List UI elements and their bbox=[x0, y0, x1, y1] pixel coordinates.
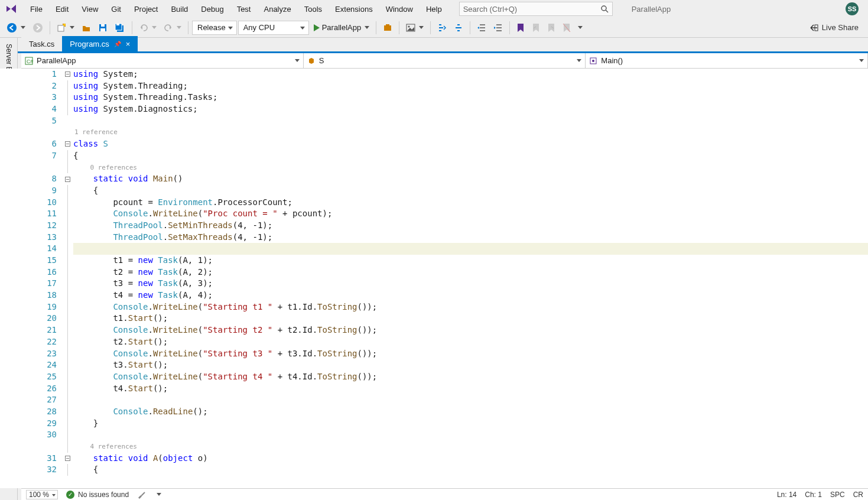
code-line[interactable]: t1 = new Task(A, 1); bbox=[73, 255, 868, 267]
new-item-button[interactable] bbox=[54, 21, 77, 34]
code-line[interactable]: ThreadPool.SetMinThreads(4, -1); bbox=[73, 220, 868, 232]
code-line[interactable]: Console.WriteLine("Starting t1 " + t1.Id… bbox=[73, 301, 868, 313]
menu-window[interactable]: Window bbox=[379, 2, 420, 16]
code-line[interactable]: using System.Threading.Tasks; bbox=[73, 92, 868, 103]
ok-icon: ✓ bbox=[66, 491, 74, 499]
toolbox-icon-button[interactable] bbox=[380, 21, 395, 34]
menu-help[interactable]: Help bbox=[420, 2, 448, 16]
nav-member-combo[interactable]: Main() bbox=[586, 53, 868, 68]
code-line[interactable]: using System.Diagnostics; bbox=[73, 103, 868, 115]
toolbar-overflow-button[interactable] bbox=[575, 24, 586, 31]
issues-status[interactable]: ✓ No issues found bbox=[66, 491, 129, 499]
code-line[interactable]: { bbox=[73, 150, 868, 162]
clear-bookmarks-button[interactable] bbox=[560, 21, 574, 34]
code-line[interactable]: } bbox=[73, 418, 868, 430]
fold-column[interactable] bbox=[63, 69, 72, 488]
code-line[interactable]: t2.Start(); bbox=[73, 336, 868, 348]
indent-mode[interactable]: SPC bbox=[830, 491, 845, 499]
code-line[interactable]: t4 = new Task(A, 4); bbox=[73, 290, 868, 301]
tab-program-cs[interactable]: Program.cs📌× bbox=[62, 36, 138, 51]
nav-back-button[interactable] bbox=[4, 21, 28, 35]
platform-combo[interactable]: Any CPU bbox=[238, 21, 309, 35]
menu-project[interactable]: Project bbox=[128, 2, 164, 16]
tab-task-cs[interactable]: Task.cs bbox=[21, 36, 62, 51]
config-combo[interactable]: Release bbox=[192, 21, 237, 35]
search-icon bbox=[600, 5, 609, 13]
user-avatar[interactable]: SS bbox=[846, 2, 859, 15]
svg-rect-12 bbox=[384, 25, 391, 31]
line-ending[interactable]: CR bbox=[853, 491, 863, 499]
search-placeholder: Search (Ctrl+Q) bbox=[463, 5, 517, 14]
menu-git[interactable]: Git bbox=[105, 2, 128, 16]
code-line[interactable]: t4.Start(); bbox=[73, 383, 868, 395]
code-line[interactable] bbox=[73, 429, 868, 441]
code-line[interactable]: t3.Start(); bbox=[73, 359, 868, 371]
code-line[interactable] bbox=[73, 394, 868, 406]
menu-build[interactable]: Build bbox=[164, 2, 194, 16]
code-line[interactable]: t3 = new Task(A, 3); bbox=[73, 278, 868, 290]
code-line[interactable]: Console.WriteLine("Proc count = " + pcou… bbox=[73, 208, 868, 220]
code-line[interactable]: { bbox=[73, 185, 868, 197]
open-button[interactable] bbox=[79, 21, 94, 34]
pin-icon[interactable]: 📌 bbox=[114, 41, 121, 47]
menu-tools[interactable]: Tools bbox=[298, 2, 329, 16]
start-button[interactable]: ParallelApp bbox=[310, 21, 373, 34]
svg-point-3 bbox=[33, 23, 43, 33]
brush-dropdown[interactable] bbox=[157, 493, 161, 496]
menu-extensions[interactable]: Extensions bbox=[329, 2, 379, 16]
menu-file[interactable]: File bbox=[24, 2, 49, 16]
code-line[interactable]: using System.Threading; bbox=[73, 80, 868, 92]
code-line[interactable]: Console.ReadLine(); bbox=[73, 406, 868, 418]
menu-edit[interactable]: Edit bbox=[49, 2, 75, 16]
menu-test[interactable]: Test bbox=[230, 2, 258, 16]
bookmark-button[interactable] bbox=[513, 21, 528, 34]
undo-button[interactable] bbox=[136, 21, 160, 34]
app-title: ParallelApp bbox=[626, 2, 677, 16]
code-content[interactable]: using System;using System.Threading;usin… bbox=[72, 69, 868, 488]
image-icon-button[interactable] bbox=[403, 21, 427, 34]
zoom-combo[interactable]: 100 % bbox=[26, 490, 58, 499]
live-share-button[interactable]: Live Share bbox=[803, 23, 864, 33]
svg-point-5 bbox=[63, 24, 66, 26]
increase-indent-button[interactable] bbox=[490, 21, 506, 34]
document-tab-row: Task.csProgram.cs📌× bbox=[0, 38, 868, 53]
prev-bookmark-button[interactable] bbox=[529, 21, 543, 34]
code-line[interactable]: { bbox=[73, 464, 868, 476]
search-input[interactable]: Search (Ctrl+Q) bbox=[459, 2, 613, 16]
code-line[interactable]: pcount = Environment.ProcessorCount; bbox=[73, 197, 868, 209]
save-button[interactable] bbox=[95, 21, 110, 34]
comment-out-button[interactable] bbox=[434, 21, 450, 34]
code-line[interactable]: ThreadPool.SetMaxThreads(4, -1); bbox=[73, 232, 868, 243]
code-line[interactable]: Console.WriteLine("Starting t4 " + t4.Id… bbox=[73, 371, 868, 383]
redo-button[interactable] bbox=[161, 21, 184, 34]
status-bar: 100 % ✓ No issues found Ln: 14 Ch: 1 SPC… bbox=[21, 488, 868, 500]
save-all-button[interactable] bbox=[112, 21, 128, 34]
code-line[interactable] bbox=[73, 115, 868, 127]
editor-area: 1234567891011121314151617181920212223242… bbox=[0, 69, 868, 488]
code-line[interactable]: class S bbox=[73, 138, 868, 150]
code-line[interactable]: static void Main() bbox=[73, 173, 868, 185]
brush-icon[interactable] bbox=[137, 491, 147, 499]
code-line[interactable]: Console.WriteLine("Starting t2 " + t2.Id… bbox=[73, 324, 868, 336]
decrease-indent-button[interactable] bbox=[474, 21, 489, 34]
code-line[interactable]: static void A(object o) bbox=[73, 453, 868, 465]
nav-class-combo[interactable]: S bbox=[304, 53, 586, 68]
nav-fwd-button[interactable] bbox=[30, 21, 46, 35]
menu-debug[interactable]: Debug bbox=[194, 2, 230, 16]
next-bookmark-button[interactable] bbox=[544, 21, 558, 34]
menu-analyze[interactable]: Analyze bbox=[257, 2, 297, 16]
code-line[interactable]: using System; bbox=[73, 69, 868, 80]
code-editor[interactable]: 1234567891011121314151617181920212223242… bbox=[21, 69, 868, 488]
codelens[interactable]: 1 reference bbox=[73, 126, 868, 138]
close-tab-icon[interactable]: × bbox=[126, 40, 131, 48]
uncomment-button[interactable] bbox=[451, 21, 466, 34]
codelens[interactable]: 0 references bbox=[73, 162, 868, 174]
code-line[interactable]: t1.Start(); bbox=[73, 313, 868, 324]
svg-text:C#: C# bbox=[27, 59, 33, 64]
code-line[interactable]: t2 = new Task(A, 2); bbox=[73, 267, 868, 278]
code-line[interactable]: Console.WriteLine("Starting t3 " + t3.Id… bbox=[73, 348, 868, 360]
menu-view[interactable]: View bbox=[75, 2, 105, 16]
codelens[interactable]: 4 references bbox=[73, 441, 868, 453]
nav-project-combo[interactable]: C# ParallelApp bbox=[21, 53, 304, 68]
code-line[interactable] bbox=[73, 243, 868, 255]
